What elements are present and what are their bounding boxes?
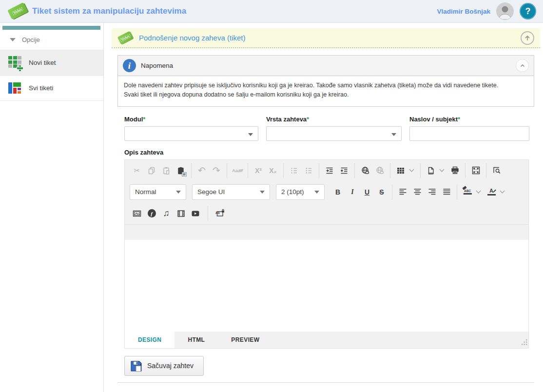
- bullet-list-icon[interactable]: [301, 163, 316, 178]
- chevron-up-icon: [520, 63, 525, 69]
- table-dropdown-chevron-icon[interactable]: [409, 167, 414, 172]
- panel-title: Podnošenje novog zaheva (tiket): [139, 34, 245, 42]
- bold-icon[interactable]: B: [330, 185, 345, 199]
- toolbar-separator: [248, 163, 248, 178]
- superscript-icon[interactable]: X²: [251, 163, 266, 178]
- align-justify-icon[interactable]: [439, 185, 454, 199]
- align-right-icon[interactable]: [425, 185, 439, 199]
- preview-search-icon[interactable]: [489, 163, 504, 178]
- toolbar-row-2: Normal Segoe UI 2 (10pt) B I U S: [125, 181, 528, 203]
- help-icon[interactable]: ?: [520, 3, 536, 20]
- font-family-select[interactable]: Segoe UI: [192, 184, 270, 200]
- vrsta-zahteva-select[interactable]: [266, 126, 402, 141]
- naslov-input[interactable]: [410, 127, 529, 140]
- info-icon: i: [123, 59, 136, 72]
- strikethrough-icon[interactable]: S: [374, 185, 389, 199]
- app-root: Ticket Tiket sistem za manipulaciju zaht…: [0, 0, 543, 392]
- redo-icon[interactable]: ↷: [209, 163, 224, 178]
- align-left-icon[interactable]: [395, 185, 410, 199]
- save-button[interactable]: Sačuvaj zahtev: [124, 356, 204, 376]
- help-glyph: ?: [525, 6, 531, 17]
- insert-flash-icon[interactable]: f: [144, 206, 159, 221]
- panel-ticket-icon: Ticket: [117, 30, 134, 46]
- toolbar-separator: [486, 163, 486, 178]
- toolbar-row-3: f ♫ Ab: [125, 203, 528, 224]
- print-icon[interactable]: [447, 163, 462, 178]
- highlight-dropdown-chevron-icon[interactable]: [476, 189, 481, 194]
- rtf-export-icon[interactable]: RTF: [424, 163, 438, 178]
- toolbar-separator: [465, 163, 465, 178]
- user-name-link[interactable]: Vladimir Bošnjak: [437, 8, 490, 15]
- toolbar-separator: [191, 163, 192, 178]
- font-color-dropdown-chevron-icon[interactable]: [500, 189, 505, 194]
- toolbar-row-1: ✂ W ↶ ↷ Aa X² X₂: [125, 160, 528, 181]
- insert-video-icon[interactable]: [174, 206, 188, 221]
- insert-embed-icon[interactable]: Ab: [213, 206, 228, 221]
- chevron-down-icon: [10, 38, 16, 41]
- insert-audio-icon[interactable]: ♫: [159, 206, 174, 221]
- resize-grip[interactable]: [521, 338, 527, 347]
- italic-icon[interactable]: I: [345, 185, 360, 199]
- sidebar-item-label: Svi tiketi: [29, 84, 53, 92]
- font-size-select[interactable]: 2 (10pt): [276, 184, 325, 200]
- arrow-up-circle-icon: [524, 34, 531, 42]
- toolbar-separator: [354, 163, 355, 178]
- insert-image-icon[interactable]: [130, 206, 144, 221]
- save-button-label: Sačuvaj zahtev: [147, 362, 194, 370]
- tab-design[interactable]: DESIGN: [125, 332, 175, 348]
- avatar[interactable]: [496, 2, 514, 20]
- indent-icon[interactable]: [322, 163, 337, 178]
- editor-canvas[interactable]: [125, 240, 528, 332]
- select-arrow-icon: [391, 133, 396, 136]
- align-center-icon[interactable]: [410, 185, 425, 199]
- field-label: Vrsta zahteva*: [266, 116, 402, 123]
- note-line: Dole navedeni zahtev pripisuje se isklju…: [124, 81, 528, 90]
- select-arrow-icon: [176, 191, 181, 194]
- note-line: Svaki tiket ili njegova dopuna dodatno s…: [124, 90, 528, 99]
- paste-icon[interactable]: [159, 163, 174, 178]
- form-row: Modul* Vrsta zahteva* Naslov / subjekt*: [124, 116, 534, 141]
- required-mark: *: [143, 116, 145, 123]
- fullscreen-icon[interactable]: [468, 163, 483, 178]
- rtf-dropdown-chevron-icon[interactable]: [440, 167, 445, 172]
- style-value: Normal: [135, 188, 156, 196]
- embed-label: Ab: [215, 211, 220, 215]
- sidebar-item-svi-tiketi[interactable]: Svi tiketi: [0, 76, 103, 101]
- numbered-list-icon[interactable]: [287, 163, 301, 178]
- cut-icon[interactable]: ✂: [130, 163, 144, 178]
- tab-html[interactable]: HTML: [175, 332, 218, 348]
- format-painter-icon[interactable]: Aa: [230, 163, 245, 178]
- remove-link-icon[interactable]: [372, 163, 387, 178]
- insert-youtube-icon[interactable]: [188, 206, 203, 221]
- all-tickets-icon: [8, 81, 21, 95]
- copy-icon[interactable]: [144, 163, 159, 178]
- header-right: Vladimir Bošnjak ?: [437, 2, 536, 20]
- sidebar-section-opcije[interactable]: Opcije: [0, 30, 103, 50]
- modul-select[interactable]: [124, 126, 258, 141]
- field-label: Modul*: [124, 116, 258, 123]
- sidebar-item-novi-tiket[interactable]: Novi tiket: [0, 50, 103, 76]
- ticket-logo-label: Ticket: [119, 33, 131, 42]
- select-arrow-icon: [260, 191, 265, 194]
- outdent-icon[interactable]: [337, 163, 351, 178]
- collapse-panel-button[interactable]: [521, 31, 534, 45]
- select-arrow-icon: [314, 191, 319, 194]
- subscript-icon[interactable]: X₂: [266, 163, 280, 178]
- toolbar-separator: [319, 163, 319, 178]
- paste-from-word-icon[interactable]: W: [174, 163, 188, 178]
- undo-icon[interactable]: ↶: [194, 163, 209, 178]
- underline-icon[interactable]: U: [360, 185, 374, 199]
- sidebar-accent-bar: [2, 26, 100, 30]
- highlight-color-icon[interactable]: ABC: [460, 185, 475, 199]
- font-color-icon[interactable]: A: [484, 185, 499, 199]
- table-icon[interactable]: [393, 163, 408, 178]
- insert-link-icon[interactable]: [358, 163, 372, 178]
- collapse-note-button[interactable]: [516, 59, 529, 72]
- app-header: Ticket Tiket sistem za manipulaciju zaht…: [0, 0, 543, 23]
- tab-preview[interactable]: PREVIEW: [218, 332, 272, 348]
- toolbar-separator: [390, 163, 390, 178]
- paragraph-style-select[interactable]: Normal: [130, 184, 186, 200]
- panel-bottom-border: [117, 382, 534, 383]
- field-naslov-subjekt: Naslov / subjekt*: [409, 116, 529, 141]
- app-title: Tiket sistem za manipulaciju zahtevima: [32, 6, 186, 16]
